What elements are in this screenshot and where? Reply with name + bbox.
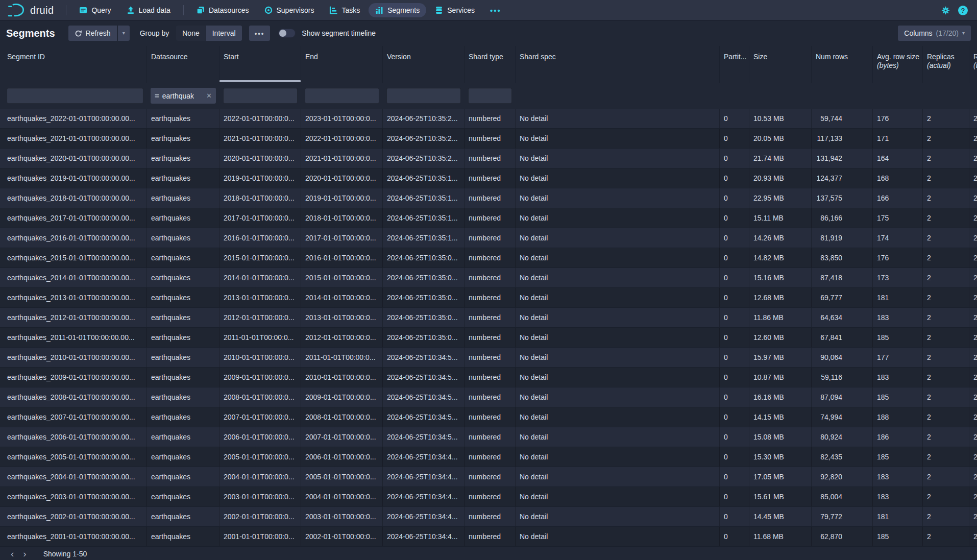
- filter-input-version[interactable]: [386, 88, 461, 104]
- cell-shard_type: numbered: [465, 268, 516, 287]
- cell-datasource: earthquakes: [147, 427, 219, 447]
- next-page-button[interactable]: ›: [18, 549, 31, 558]
- num-rows-value: 59,744: [816, 109, 842, 128]
- columns-count: (17/20): [936, 29, 959, 37]
- table-row[interactable]: earthquakes_2005-01-01T00:00:00.00...ear…: [0, 447, 977, 467]
- nav-tab-tasks[interactable]: Tasks: [323, 3, 367, 17]
- more-options-button[interactable]: •••: [249, 26, 271, 41]
- table-row[interactable]: earthquakes_2021-01-01T00:00:00.00...ear…: [0, 129, 977, 149]
- cell-shard_spec: No detail: [516, 487, 720, 506]
- filter-input-shard_type[interactable]: [468, 88, 512, 104]
- nav-tab-more[interactable]: •••: [483, 3, 508, 18]
- cell-start: 2017-01-01T00:00:0...: [219, 208, 301, 228]
- cell-segment_id: earthquakes_2008-01-01T00:00:00.00...: [0, 387, 147, 407]
- segment-timeline-toggle[interactable]: [278, 29, 296, 38]
- help-icon[interactable]: ?: [958, 6, 968, 15]
- cell-avg_row_size: 183: [873, 368, 923, 387]
- table-row[interactable]: earthquakes_2011-01-01T00:00:00.00...ear…: [0, 328, 977, 348]
- nav-tab-services[interactable]: Services: [428, 3, 481, 17]
- filter-cell-shard_spec: [516, 83, 720, 109]
- table-row[interactable]: earthquakes_2003-01-01T00:00:00.00...ear…: [0, 487, 977, 507]
- filter-input-start[interactable]: [223, 88, 298, 104]
- column-header-partition[interactable]: Partit...: [720, 46, 749, 83]
- num-rows-value: 87,094: [816, 387, 842, 407]
- cell-avg_row_size: 185: [873, 447, 923, 467]
- group-by-label: Group by: [140, 29, 169, 37]
- cell-end: 2015-01-01T00:00:0...: [301, 268, 383, 287]
- table-row[interactable]: earthquakes_2006-01-01T00:00:00.00...ear…: [0, 427, 977, 447]
- cell-shard_type: numbered: [465, 109, 516, 128]
- column-label: Version: [387, 53, 460, 61]
- cell-partition: 0: [720, 188, 749, 208]
- table-row[interactable]: earthquakes_2018-01-01T00:00:00.00...ear…: [0, 188, 977, 208]
- table-row[interactable]: earthquakes_2009-01-01T00:00:00.00...ear…: [0, 368, 977, 387]
- cell-replicas: 2: [923, 407, 969, 427]
- refresh-button[interactable]: Refresh: [68, 26, 117, 41]
- cell-replicas: 2: [923, 208, 969, 228]
- query-icon: [79, 6, 87, 14]
- column-header-num_rows[interactable]: Num rows: [812, 46, 873, 83]
- table-row[interactable]: earthquakes_2008-01-01T00:00:00.00...ear…: [0, 387, 977, 407]
- group-by-none-button[interactable]: None: [176, 26, 206, 41]
- cell-num_rows: 79,772: [812, 507, 873, 526]
- cell-version: 2024-06-25T10:35:2...: [383, 149, 465, 168]
- group-by-interval-button[interactable]: Interval: [206, 26, 242, 41]
- cell-size: 15.08 MB: [749, 427, 812, 447]
- cell-avg_row_size: 185: [873, 387, 923, 407]
- table-row[interactable]: earthquakes_2001-01-01T00:00:00.00...ear…: [0, 527, 977, 547]
- supervisors-icon: [264, 6, 273, 14]
- cell-avg_row_size: 183: [873, 308, 923, 327]
- table-row[interactable]: earthquakes_2012-01-01T00:00:00.00...ear…: [0, 308, 977, 328]
- table-row[interactable]: earthquakes_2017-01-01T00:00:00.00...ear…: [0, 208, 977, 228]
- nav-tab-segments[interactable]: Segments: [369, 3, 426, 17]
- cell-replication_factor: 2: [969, 168, 977, 188]
- filter-input-end[interactable]: [305, 88, 379, 104]
- datasources-icon: [197, 6, 205, 14]
- table-row[interactable]: earthquakes_2015-01-01T00:00:00.00...ear…: [0, 248, 977, 268]
- table-row[interactable]: earthquakes_2002-01-01T00:00:00.00...ear…: [0, 507, 977, 527]
- num-rows-value: 81,919: [816, 228, 842, 248]
- group-by-button-group: None Interval: [176, 26, 241, 41]
- refresh-dropdown-button[interactable]: ▾: [118, 26, 130, 41]
- cell-segment_id: earthquakes_2011-01-01T00:00:00.00...: [0, 328, 147, 347]
- cell-size: 10.53 MB: [749, 109, 812, 128]
- remove-filter-icon[interactable]: ✕: [206, 92, 212, 100]
- previous-page-button[interactable]: ‹: [6, 549, 18, 558]
- nav-tab-datasources[interactable]: Datasources: [190, 3, 256, 17]
- nav-tab-query[interactable]: Query: [72, 3, 117, 17]
- cell-end: 2009-01-01T00:00:0...: [301, 387, 383, 407]
- column-header-avg_row_size[interactable]: Avg. row size(bytes): [873, 46, 923, 83]
- column-header-shard_type[interactable]: Shard type: [465, 46, 516, 83]
- column-header-size[interactable]: Size: [749, 46, 812, 83]
- table-row[interactable]: earthquakes_2022-01-01T00:00:00.00...ear…: [0, 109, 977, 129]
- table-row[interactable]: earthquakes_2013-01-01T00:00:00.00...ear…: [0, 288, 977, 308]
- column-header-replication_factor[interactable]: Replication factor(target): [969, 46, 977, 83]
- cell-shard_type: numbered: [465, 348, 516, 367]
- column-header-end[interactable]: End: [301, 46, 383, 83]
- column-header-replicas[interactable]: Replicas(actual): [923, 46, 969, 83]
- cell-datasource: earthquakes: [147, 407, 219, 427]
- table-row[interactable]: earthquakes_2014-01-01T00:00:00.00...ear…: [0, 268, 977, 288]
- column-header-datasource[interactable]: Datasource: [147, 46, 219, 83]
- column-header-version[interactable]: Version: [383, 46, 465, 83]
- column-header-shard_spec[interactable]: Shard spec: [516, 46, 720, 83]
- druid-logo[interactable]: druid: [7, 3, 54, 18]
- table-row[interactable]: earthquakes_2007-01-01T00:00:00.00...ear…: [0, 407, 977, 427]
- column-header-segment_id[interactable]: Segment ID: [0, 46, 147, 83]
- table-row[interactable]: earthquakes_2020-01-01T00:00:00.00...ear…: [0, 149, 977, 168]
- table-row[interactable]: earthquakes_2016-01-01T00:00:00.00...ear…: [0, 228, 977, 248]
- settings-gear-icon[interactable]: [941, 6, 950, 15]
- column-sublabel: (target): [973, 61, 977, 70]
- cell-segment_id: earthquakes_2012-01-01T00:00:00.00...: [0, 308, 147, 327]
- nav-tab-label: Datasources: [209, 6, 249, 14]
- column-header-start[interactable]: Start: [219, 46, 301, 83]
- columns-button[interactable]: Columns (17/20) ▾: [898, 26, 971, 41]
- cell-datasource: earthquakes: [147, 527, 219, 546]
- nav-tab-load-data[interactable]: Load data: [120, 3, 177, 17]
- filter-input-segment_id[interactable]: [7, 88, 143, 104]
- datasource-filter-chip[interactable]: =earthquakes✕: [151, 88, 216, 104]
- table-row[interactable]: earthquakes_2019-01-01T00:00:00.00...ear…: [0, 168, 977, 188]
- table-row[interactable]: earthquakes_2010-01-01T00:00:00.00...ear…: [0, 348, 977, 368]
- table-row[interactable]: earthquakes_2004-01-01T00:00:00.00...ear…: [0, 467, 977, 487]
- nav-tab-supervisors[interactable]: Supervisors: [258, 3, 321, 17]
